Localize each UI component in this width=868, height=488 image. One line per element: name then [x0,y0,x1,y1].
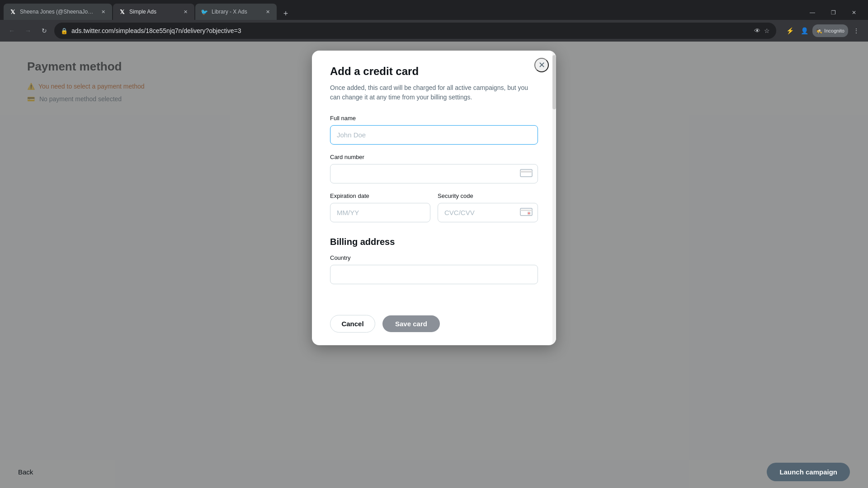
address-bar-actions: 👁 ☆ [754,27,770,34]
address-bar[interactable]: 🔒 ads.twitter.com/simpleads/18ce55njq7n/… [54,23,776,39]
tab1-title: Sheena Jones (@SheenaJone49... [20,9,96,15]
country-label: Country [330,254,538,261]
close-window-button[interactable]: ✕ [844,5,864,20]
security-code-group: Security code [438,192,538,222]
tab-bar: 𝕏 Sheena Jones (@SheenaJone49... ✕ 𝕏 Sim… [0,0,868,20]
back-nav-button[interactable]: ← [5,24,18,37]
card-details-row: Expiration date Security code [330,192,538,231]
back-button[interactable]: Back [18,468,33,476]
maximize-button[interactable]: ❐ [823,5,844,20]
tab3-close-icon[interactable]: ✕ [264,8,271,15]
save-card-button[interactable]: Save card [382,315,440,332]
tab2-favicon-icon: 𝕏 [118,8,126,15]
tab3-favicon-icon: 🐦 [201,8,208,15]
modal-content: Add a credit card Once added, this card … [312,51,556,308]
modal-close-button[interactable]: ✕ [534,58,549,72]
modal-overlay: ✕ Add a credit card Once added, this car… [0,42,868,488]
tab1-favicon-icon: 𝕏 [9,8,16,15]
cancel-button[interactable]: Cancel [330,315,375,333]
country-group: Country United States United Kingdom Can… [330,254,538,284]
star-icon[interactable]: ☆ [764,27,770,34]
country-select-wrapper: United States United Kingdom Canada [330,265,538,284]
card-number-label: Card number [330,154,538,160]
refresh-nav-button[interactable]: ↻ [38,24,51,37]
launch-campaign-button[interactable]: Launch campaign [767,463,850,481]
cvv-icon [520,208,533,218]
tab2-title: Simple Ads [129,9,178,15]
card-number-icon [520,169,533,179]
eye-slash-icon: 👁 [754,27,760,34]
country-select[interactable]: United States United Kingdom Canada [330,265,538,284]
full-name-input[interactable] [330,125,538,145]
expiration-date-input[interactable] [330,203,430,222]
more-options-button[interactable]: ⋮ [850,24,863,37]
svg-rect-1 [520,171,532,173]
lock-icon: 🔒 [61,28,68,34]
card-number-wrapper [330,164,538,183]
forward-nav-button[interactable]: → [22,24,34,37]
card-number-group: Card number [330,154,538,183]
svg-rect-0 [520,169,532,177]
tab-simple-ads[interactable]: 𝕏 Simple Ads ✕ [113,4,194,20]
window-controls: — ❐ ✕ [802,5,864,20]
close-icon: ✕ [538,60,545,70]
billing-address-title: Billing address [330,237,538,247]
modal-footer: Cancel Save card [312,308,556,345]
modal-scrollbar-thumb [552,55,556,109]
tab-library[interactable]: 🐦 Library - X Ads ✕ [195,4,277,20]
address-bar-row: ← → ↻ 🔒 ads.twitter.com/simpleads/18ce55… [0,20,868,42]
svg-rect-3 [520,210,532,211]
modal-scroll-area[interactable]: Add a credit card Once added, this card … [312,51,556,308]
expiration-date-label: Expiration date [330,192,430,199]
url-text: ads.twitter.com/simpleads/18ce55njq7n/de… [71,27,750,34]
tab3-title: Library - X Ads [212,9,260,15]
expiration-date-group: Expiration date [330,192,430,222]
billing-address-section: Billing address Country United States Un… [330,237,538,284]
extensions-button[interactable]: ⚡ [783,24,796,37]
modal-description: Once added, this card will be charged fo… [330,83,538,102]
tab-sheena-jones[interactable]: 𝕏 Sheena Jones (@SheenaJone49... ✕ [4,4,112,20]
tab2-close-icon[interactable]: ✕ [182,8,189,15]
card-number-input[interactable] [330,164,538,183]
security-code-wrapper [438,203,538,222]
tab1-close-icon[interactable]: ✕ [99,8,107,15]
security-code-label: Security code [438,192,538,199]
minimize-button[interactable]: — [802,5,823,20]
svg-rect-2 [520,208,532,216]
full-name-group: Full name [330,115,538,145]
incognito-label: Incognito [824,28,844,33]
modal-scrollbar[interactable] [552,51,556,345]
incognito-badge: 🕵 Incognito [812,24,848,37]
bottom-bar: Back Launch campaign [0,455,868,488]
incognito-icon: 🕵 [816,28,822,34]
full-name-label: Full name [330,115,538,122]
add-credit-card-modal: ✕ Add a credit card Once added, this car… [312,51,556,345]
profile-button[interactable]: 👤 [798,24,811,37]
new-tab-button[interactable]: + [279,7,292,20]
modal-title: Add a credit card [330,65,538,78]
svg-point-5 [528,212,530,214]
page-background: Payment method ⚠️ You need to select a p… [0,42,868,488]
browser-chrome: 𝕏 Sheena Jones (@SheenaJone49... ✕ 𝕏 Sim… [0,0,868,42]
browser-actions: ⚡ 👤 🕵 Incognito ⋮ [783,24,863,37]
